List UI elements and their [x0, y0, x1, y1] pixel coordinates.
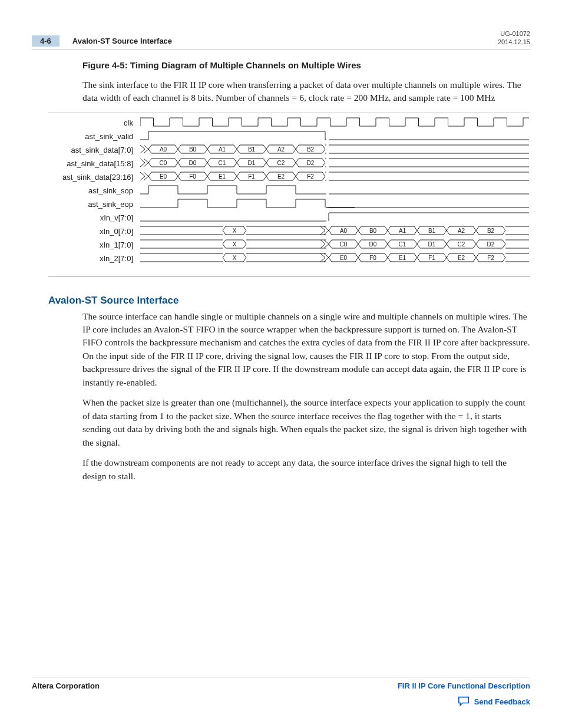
timing-row: ast_sink_sop — [48, 184, 530, 197]
feedback-link[interactable]: Send Feedback — [32, 696, 530, 707]
svg-text:F0: F0 — [369, 255, 376, 261]
svg-text:C0: C0 — [340, 241, 348, 248]
signal-wave: XC0D0C1D1C2D2 — [140, 238, 530, 251]
svg-text:B2: B2 — [307, 146, 315, 153]
timing-row: ast_sink_data[15:8]C0D0C1D1C2D2 — [48, 157, 530, 170]
header-left: 4-6 Avalon-ST Source Interface — [32, 35, 172, 47]
signal-label: ast_sink_data[7:0] — [48, 146, 140, 154]
svg-text:C1: C1 — [219, 160, 226, 166]
signal-label: ast_sink_eop — [48, 200, 140, 209]
footer-company: Altera Corporation — [32, 681, 100, 690]
timing-row: ast_sink_eop — [48, 197, 530, 211]
signal-label: xIn_v[7:0] — [48, 213, 140, 222]
signal-wave: XA0B0A1B1A2B2 — [140, 225, 530, 238]
page-header: 4-6 Avalon-ST Source Interface UG-01072 … — [32, 29, 530, 50]
feedback-label: Send Feedback — [474, 697, 530, 706]
signal-label: ast_sink_sop — [48, 186, 140, 195]
signal-wave: E0F0E1F1E2F2 — [140, 170, 530, 183]
signal-label: xIn_1[7:0] — [48, 241, 140, 249]
svg-text:F2: F2 — [487, 255, 494, 261]
signal-wave — [140, 197, 530, 210]
doc-date: 2014.12.15 — [498, 38, 530, 46]
svg-text:C1: C1 — [399, 241, 406, 248]
paragraph-1: The source interface can handle single o… — [82, 310, 530, 390]
figure-title: Figure 4-5: Timing Diagram of Multiple C… — [82, 60, 530, 70]
signal-label: xIn_0[7:0] — [48, 227, 140, 236]
signal-wave — [140, 211, 530, 224]
timing-row: ast_sink_data[7:0]A0B0A1B1A2B2 — [48, 143, 530, 157]
svg-text:E1: E1 — [219, 173, 226, 180]
timing-row: xIn_1[7:0]XC0D0C1D1C2D2 — [48, 238, 530, 252]
timing-diagram: clkast_sink_validast_sink_data[7:0]A0B0A… — [48, 116, 530, 265]
page-number: 4-6 — [32, 35, 59, 47]
signal-wave: XE0F0E1F1E2F2 — [140, 252, 530, 265]
signal-label: xIn_2[7:0] — [48, 254, 140, 263]
paragraph-2: When the packet size is greater than one… — [82, 396, 530, 449]
header-right: UG-01072 2014.12.15 — [498, 29, 530, 47]
svg-text:X: X — [233, 241, 237, 248]
svg-text:C0: C0 — [160, 160, 167, 166]
timing-row: xIn_2[7:0]XE0F0E1F1E2F2 — [48, 252, 530, 265]
paragraph-3: If the downstream components are not rea… — [82, 456, 530, 483]
svg-text:D1: D1 — [248, 160, 256, 166]
svg-text:B0: B0 — [369, 228, 377, 234]
signal-label: clk — [48, 118, 140, 127]
svg-text:X: X — [233, 228, 237, 234]
svg-text:E2: E2 — [458, 255, 465, 261]
svg-text:E2: E2 — [277, 173, 285, 180]
svg-text:A0: A0 — [340, 228, 348, 234]
svg-text:D0: D0 — [369, 241, 377, 248]
svg-text:F1: F1 — [248, 173, 255, 180]
svg-text:B1: B1 — [248, 146, 256, 153]
svg-text:A0: A0 — [160, 146, 167, 153]
section-heading: Avalon-ST Source Interface — [48, 295, 530, 307]
signal-wave — [140, 116, 530, 129]
page-footer: Altera Corporation FIR II IP Core Functi… — [32, 677, 530, 707]
figure-caption: The sink interface to the FIR II IP core… — [82, 78, 530, 105]
svg-text:A2: A2 — [277, 146, 285, 153]
timing-row: xIn_v[7:0] — [48, 211, 530, 225]
signal-wave: C0D0C1D1C2D2 — [140, 157, 530, 170]
svg-text:D0: D0 — [189, 160, 197, 166]
divider — [48, 276, 530, 277]
svg-text:D2: D2 — [487, 241, 495, 248]
divider — [48, 112, 530, 113]
svg-text:B1: B1 — [428, 228, 436, 234]
signal-wave: A0B0A1B1A2B2 — [140, 143, 530, 156]
feedback-icon — [458, 696, 470, 707]
svg-text:F2: F2 — [307, 173, 314, 180]
signal-label: ast_sink_valid — [48, 132, 140, 141]
svg-text:A1: A1 — [219, 146, 226, 153]
timing-row: ast_sink_data[23:16]E0F0E1F1E2F2 — [48, 170, 530, 184]
doc-code: UG-01072 — [498, 29, 530, 38]
svg-text:D2: D2 — [307, 160, 315, 166]
signal-wave — [140, 184, 530, 197]
svg-text:E0: E0 — [340, 255, 348, 261]
timing-row: clk — [48, 116, 530, 130]
svg-text:X: X — [233, 255, 237, 261]
signal-label: ast_sink_data[15:8] — [48, 159, 140, 168]
svg-text:D1: D1 — [428, 241, 436, 248]
svg-text:B0: B0 — [189, 146, 197, 153]
footer-doc-title[interactable]: FIR II IP Core Functional Description — [398, 681, 530, 690]
svg-text:F0: F0 — [189, 173, 196, 180]
timing-row: xIn_0[7:0]XA0B0A1B1A2B2 — [48, 225, 530, 238]
svg-text:F1: F1 — [428, 255, 435, 261]
svg-text:C2: C2 — [277, 160, 285, 166]
svg-text:A2: A2 — [458, 228, 465, 234]
svg-text:E0: E0 — [160, 173, 167, 180]
svg-text:E1: E1 — [399, 255, 406, 261]
svg-text:C2: C2 — [458, 241, 465, 248]
svg-text:A1: A1 — [399, 228, 406, 234]
signal-label: ast_sink_data[23:16] — [48, 173, 140, 182]
signal-wave — [140, 130, 530, 143]
svg-text:B2: B2 — [487, 228, 495, 234]
timing-row: ast_sink_valid — [48, 130, 530, 143]
header-section-ref: Avalon-ST Source Interface — [72, 37, 172, 45]
